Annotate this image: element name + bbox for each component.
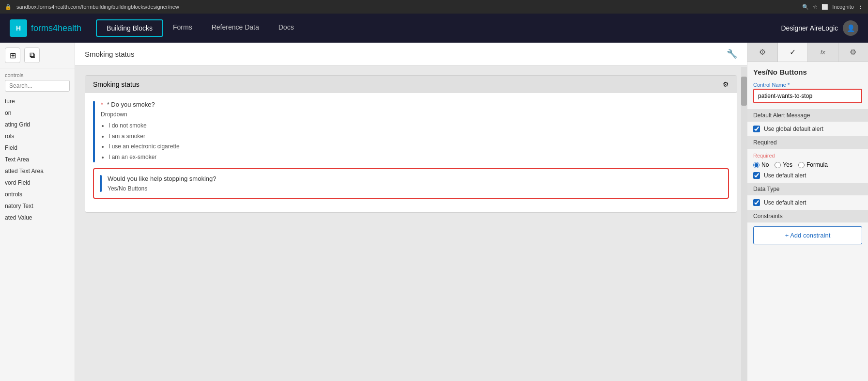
radio-no-input[interactable] — [753, 162, 760, 168]
right-panel: ⚙ ✓ fx ⚙ Yes/No Buttons Control Name * D… — [747, 43, 868, 381]
logo-forms: forms — [31, 23, 53, 33]
nav-links: Building Blocks Forms Reference Data Doc… — [96, 19, 781, 37]
question-block-2[interactable]: Would you like help stopping smoking? Ye… — [93, 168, 729, 199]
canvas-scroll-thumb — [741, 77, 747, 106]
question-2-content: Would you like help stopping smoking? Ye… — [108, 175, 722, 192]
data-type-alert-label: Use default alert — [764, 199, 806, 206]
question-2-title: Would you like help stopping smoking? — [108, 175, 722, 182]
default-alert-section: Default Alert Message — [747, 109, 868, 122]
radio-no: No — [753, 161, 769, 168]
sidebar-item-text-area[interactable]: Text Area — [0, 154, 75, 165]
option-4: I am an ex-smoker — [108, 152, 729, 163]
question-block-1: * * Do you smoke? Dropdown I do not smok… — [93, 101, 729, 162]
required-sub-label: Required — [753, 153, 862, 159]
sidebar-item-rating-grid[interactable]: ating Grid — [0, 119, 75, 130]
content-area: Smoking status 🔧 Smoking status ⚙ — [75, 43, 747, 381]
window-icon[interactable]: ⬜ — [822, 4, 828, 10]
sidebar-item-calculated-value[interactable]: ated Value — [0, 212, 75, 223]
section-settings-icon[interactable]: ⚙ — [723, 80, 729, 88]
copy-control-button[interactable]: ⧉ — [24, 48, 40, 63]
add-control-button[interactable]: ⊞ — [5, 48, 20, 63]
radio-yes: Yes — [775, 161, 792, 168]
star-icon[interactable]: ☆ — [813, 4, 818, 10]
form-section-body: * * Do you smoke? Dropdown I do not smok… — [85, 93, 737, 212]
logo-icon: H — [10, 19, 27, 37]
wrench-icon[interactable]: 🔧 — [727, 48, 737, 59]
form-section-header: Smoking status ⚙ — [85, 76, 737, 93]
tab-validation[interactable]: ✓ — [778, 43, 808, 62]
navbar: H forms4health Building Blocks Forms Ref… — [0, 14, 868, 43]
avatar[interactable]: 👤 — [843, 20, 858, 36]
global-alert-checkbox[interactable] — [753, 126, 760, 132]
radio-no-label: No — [761, 161, 769, 168]
sidebar-item-password-field[interactable]: vord Field — [0, 177, 75, 189]
right-panel-content: Yes/No Buttons Control Name * Default Al… — [747, 62, 868, 381]
data-type-alert-checkbox[interactable] — [753, 199, 760, 206]
controls-label: controls — [0, 68, 75, 80]
default-alert-row: Use default alert — [753, 172, 862, 179]
option-3: I use an electronic cigarette — [108, 142, 729, 152]
sidebar-item-structure[interactable]: ture — [0, 95, 75, 107]
radio-yes-label: Yes — [783, 161, 792, 168]
control-name-label: Control Name * — [753, 82, 862, 88]
blue-bar-indicator-2 — [100, 175, 102, 192]
tab-formula[interactable]: fx — [808, 43, 838, 62]
search-icon[interactable]: 🔍 — [802, 4, 809, 10]
canvas-scrollbar[interactable] — [741, 67, 747, 381]
nav-building-blocks[interactable]: Building Blocks — [96, 19, 163, 37]
nav-forms[interactable]: Forms — [163, 19, 202, 37]
form-section: Smoking status ⚙ * * Do you smoke? — [85, 75, 737, 213]
required-radio-group: No Yes Formula — [753, 161, 862, 168]
data-type-alert-row: Use default alert — [753, 199, 862, 206]
option-2: I am a smoker — [108, 131, 729, 142]
default-alert-label: Use default alert — [764, 172, 806, 179]
section-title: Smoking status — [93, 80, 140, 88]
user-section: Designer AireLogic 👤 — [781, 20, 858, 36]
radio-formula-input[interactable] — [798, 162, 805, 168]
sidebar-item-formatted-text-area[interactable]: atted Text Area — [0, 165, 75, 177]
sidebar-search-input[interactable] — [5, 80, 70, 92]
question-1-type: Dropdown — [101, 111, 729, 118]
global-alert-row: Use global default alert — [753, 126, 862, 132]
left-sidebar: ⊞ ⧉ controls ture on ating Grid rols Fie… — [0, 43, 75, 381]
constraints-section: Constraints — [747, 210, 868, 222]
radio-yes-input[interactable] — [775, 162, 781, 168]
question-1-options: I do not smoke I am a smoker I use an el… — [101, 121, 729, 162]
sidebar-item-field[interactable]: Field — [0, 142, 75, 154]
logo: H forms4health — [10, 19, 81, 37]
menu-icon[interactable]: ⋮ — [858, 4, 863, 10]
sidebar-item-ontrols[interactable]: ontrols — [0, 189, 75, 200]
incognito-label: Incognito — [832, 4, 854, 10]
url-bar[interactable]: sandbox.forms4health.com/formbuilding/bu… — [16, 4, 797, 10]
control-name-group: Control Name * — [753, 82, 862, 103]
browser-icons: 🔍 ☆ ⬜ Incognito ⋮ — [802, 4, 863, 10]
nav-docs[interactable]: Docs — [269, 19, 304, 37]
question-2-type: Yes/No Buttons — [108, 185, 722, 192]
radio-formula-label: Formula — [806, 161, 828, 168]
content-header: Smoking status 🔧 — [75, 43, 747, 65]
required-marker: * — [101, 101, 103, 108]
page-title: Smoking status — [85, 50, 135, 58]
sidebar-toolbar: ⊞ ⧉ — [0, 43, 75, 68]
question-1-title: * * Do you smoke? — [101, 101, 729, 108]
question-1-text: * Do you smoke? — [107, 101, 155, 108]
nav-reference-data[interactable]: Reference Data — [202, 19, 269, 37]
add-constraint-button[interactable]: + Add constraint — [753, 226, 862, 244]
lock-icon: 🔒 — [5, 4, 12, 10]
form-canvas: Smoking status ⚙ * * Do you smoke? — [75, 65, 747, 380]
sidebar-item-on[interactable]: on — [0, 107, 75, 119]
sidebar-item-explanatory-text[interactable]: natory Text — [0, 200, 75, 212]
logo-text: forms4health — [31, 23, 81, 33]
sidebar-item-controls[interactable]: rols — [0, 130, 75, 142]
data-type-section: Data Type — [747, 183, 868, 195]
tab-settings[interactable]: ⚙ — [747, 43, 778, 62]
default-alert-checkbox[interactable] — [753, 172, 760, 179]
tab-config[interactable]: ⚙ — [838, 43, 868, 62]
sidebar-scroll: ture on ating Grid rols Field Text Area … — [0, 95, 75, 223]
required-section: Required — [747, 136, 868, 149]
question-1-content: * * Do you smoke? Dropdown I do not smok… — [101, 101, 729, 162]
main-layout: ⊞ ⧉ controls ture on ating Grid rols Fie… — [0, 43, 868, 381]
control-name-input[interactable] — [753, 89, 862, 103]
user-label: Designer AireLogic — [781, 24, 838, 32]
logo-4health: 4health — [53, 23, 81, 33]
